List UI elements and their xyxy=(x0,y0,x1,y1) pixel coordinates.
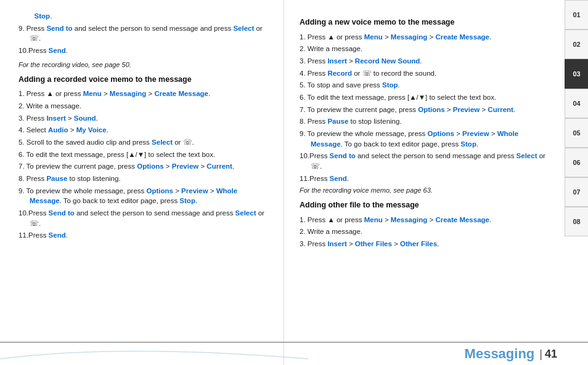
list-item: 4. Press Record or ☏ to record the sound… xyxy=(300,68,552,79)
list-item: 10.Press Send. xyxy=(18,46,271,56)
list-item: 2. Write a message. xyxy=(18,101,271,111)
list-item: 1. Press ▲ or press Menu > Messaging > C… xyxy=(18,89,271,99)
section3-list: 1. Press ▲ or press Menu > Messaging > C… xyxy=(300,215,552,249)
continuation-list: Stop. 9. Press Send to and select the pe… xyxy=(18,11,271,56)
list-item: 7. To preview the current page, press Op… xyxy=(300,105,552,115)
list-item: 11.Press Send. xyxy=(18,230,271,241)
right-column: Adding a new voice memo to the message 1… xyxy=(284,0,565,365)
list-item: 11.Press Send. xyxy=(300,174,552,184)
section1-heading: Adding a recorded voice memo to the mess… xyxy=(18,74,271,86)
list-item: 5. Scroll to the saved audio clip and pr… xyxy=(18,137,271,148)
list-item: Stop. xyxy=(18,11,271,22)
brand-label: Messaging xyxy=(465,346,535,362)
list-item: 2. Write a message. xyxy=(300,227,552,237)
list-item: 8. Press Pause to stop listening. xyxy=(18,174,271,184)
list-item: 7. To preview the current page, press Op… xyxy=(18,161,271,172)
list-item: 2. Write a message. xyxy=(300,44,552,54)
chapter-tab-08[interactable]: 08 xyxy=(565,207,588,236)
page-container: Stop. 9. Press Send to and select the pe… xyxy=(0,0,588,365)
page-number: 41 xyxy=(545,348,557,361)
chapter-tab-01[interactable]: 01 xyxy=(565,0,588,30)
chapter-tab-07[interactable]: 07 xyxy=(565,177,588,207)
chapter-tab-05[interactable]: 05 xyxy=(565,118,588,148)
list-item: 8. Press Pause to stop listening. xyxy=(300,116,552,127)
left-column: Stop. 9. Press Send to and select the pe… xyxy=(0,0,284,365)
chapter-tabs: 01 02 03 04 05 06 07 08 xyxy=(565,0,588,365)
list-item: 1. Press ▲ or press Menu > Messaging > C… xyxy=(300,215,552,225)
section3-heading: Adding other file to the message xyxy=(300,200,552,211)
list-item: 4. Select Audio > My Voice. xyxy=(18,125,271,135)
list-item: 9. Press Send to and select the person t… xyxy=(18,23,271,44)
note-voice-memo: For the recording voice memo, see page 6… xyxy=(300,187,552,194)
list-item: 5. To stop and save press Stop. xyxy=(300,80,552,90)
list-item: 9. To preview the whole message, press O… xyxy=(18,186,271,206)
section2-heading: Adding a new voice memo to the message xyxy=(300,17,552,28)
chapter-tab-02[interactable]: 02 xyxy=(565,30,588,59)
list-item: 3. Press Insert > Sound. xyxy=(18,113,271,124)
list-item: 10.Press Send to and select the person t… xyxy=(300,151,552,171)
chapter-tab-03[interactable]: 03 xyxy=(565,59,588,89)
chapter-tab-06[interactable]: 06 xyxy=(565,148,588,177)
bottom-bar: Messaging | 41 xyxy=(0,342,588,365)
list-item: 6. To edit the text message, press [▲/▼]… xyxy=(300,92,552,103)
list-item: 1. Press ▲ or press Menu > Messaging > C… xyxy=(300,32,552,42)
section1-list: 1. Press ▲ or press Menu > Messaging > C… xyxy=(18,89,271,241)
chapter-tab-04[interactable]: 04 xyxy=(565,89,588,118)
section2-list: 1. Press ▲ or press Menu > Messaging > C… xyxy=(300,32,552,184)
list-item: 3. Press Insert > Record New Sound. xyxy=(300,56,552,66)
list-item: 6. To edit the text message, press [▲/▼]… xyxy=(18,150,271,160)
list-item: 10.Press Send to and select the person t… xyxy=(18,208,271,228)
list-item: 9. To preview the whole message, press O… xyxy=(300,129,552,149)
list-item: 3. Press Insert > Other Files > Other Fi… xyxy=(300,239,552,249)
note-video: For the recording video, see page 50. xyxy=(18,61,271,68)
